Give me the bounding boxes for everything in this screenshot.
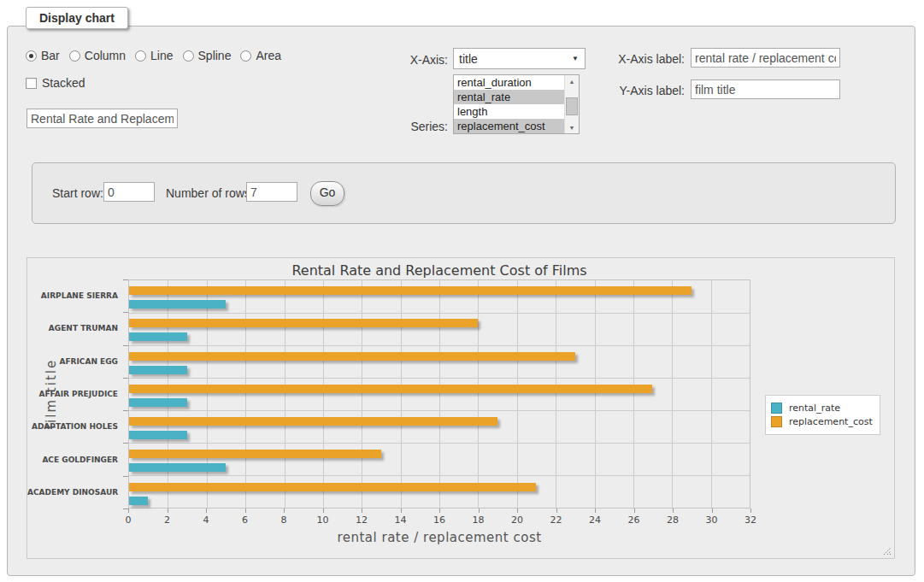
- series-option-rental_rate[interactable]: rental_rate: [454, 90, 565, 104]
- chart-type-option-column[interactable]: Column: [69, 49, 126, 62]
- stacked-label: Stacked: [42, 76, 85, 90]
- bar-rental_rate: [129, 366, 187, 374]
- x-tick-label: 32: [738, 514, 763, 526]
- x-axis-select[interactable]: title ▼: [453, 48, 586, 69]
- number-of-rows-label: Number of rows:: [166, 186, 254, 200]
- x-tick-mark: [323, 509, 324, 513]
- y-axis-label-input[interactable]: [691, 79, 840, 99]
- bar-rental_rate: [129, 463, 226, 472]
- bar-rental_rate: [129, 431, 187, 439]
- x-tick-mark: [401, 509, 402, 513]
- y-tick-mark: [123, 312, 128, 313]
- x-tick-label: 16: [427, 514, 452, 526]
- x-tick-label: 12: [349, 514, 374, 526]
- x-tick-label: 14: [388, 514, 414, 526]
- x-tick-mark: [479, 509, 480, 513]
- x-tick-mark: [750, 509, 751, 513]
- y-category-labels: AIRPLANE SIERRAAGENT TRUMANAFRICAN EGGAF…: [27, 279, 123, 509]
- start-row-input[interactable]: [103, 182, 155, 202]
- radio-icon[interactable]: [26, 50, 37, 62]
- scrollbar-thumb[interactable]: [566, 97, 578, 115]
- scroll-down-icon[interactable]: ▼: [565, 121, 579, 133]
- x-tick-mark: [128, 509, 129, 513]
- bar-rental_rate: [129, 300, 226, 309]
- stacked-option[interactable]: Stacked: [26, 76, 85, 90]
- bar-group: [129, 280, 750, 313]
- radio-icon[interactable]: [183, 50, 194, 62]
- x-tick-label: 8: [271, 514, 297, 526]
- x-tick-mark: [712, 509, 713, 513]
- legend-label: replacement_cost: [789, 416, 873, 427]
- bar-group: [129, 379, 750, 411]
- chart-title-input[interactable]: [26, 109, 178, 128]
- series-select-label: Series:: [360, 120, 448, 133]
- series-options: rental_durationrental_ratelengthreplacem…: [454, 75, 565, 133]
- resize-handle-icon[interactable]: [881, 545, 892, 556]
- series-option-replacement_cost[interactable]: replacement_cost: [454, 119, 565, 133]
- bar-rental_rate: [129, 332, 187, 341]
- chart-type-option-area[interactable]: Area: [240, 49, 281, 62]
- radio-label: Bar: [41, 49, 60, 62]
- bar-group: [129, 313, 750, 345]
- legend-label: rental_rate: [789, 403, 840, 414]
- category-label: AIRPLANE SIERRA: [27, 291, 118, 300]
- category-label: AGENT TRUMAN: [27, 324, 118, 332]
- x-tick-label: 0: [115, 514, 141, 526]
- x-axis-label-input[interactable]: [691, 48, 840, 68]
- y-axis-label-field-label: Y-Axis label:: [591, 84, 685, 97]
- x-tick-mark: [168, 509, 168, 513]
- x-tick-label: 4: [193, 514, 219, 526]
- chart-title: Rental Rate and Replacement Cost of Film…: [128, 262, 750, 279]
- x-axis-select-label: X-Axis:: [360, 53, 448, 67]
- number-of-rows-input[interactable]: [246, 182, 297, 202]
- radio-label: Spline: [198, 49, 232, 62]
- row-range-panel: [32, 162, 896, 224]
- category-label: ACADEMY DINOSAUR: [27, 488, 118, 497]
- x-tick-mark: [595, 509, 596, 513]
- x-tick-mark: [517, 509, 518, 513]
- category-label: AFRICAN EGG: [27, 357, 118, 366]
- legend-entry: replacement_cost: [771, 416, 873, 427]
- series-scrollbar[interactable]: ▲ ▼: [564, 75, 579, 133]
- legend-swatch-rental_rate: [771, 403, 782, 414]
- go-button[interactable]: Go: [310, 181, 344, 206]
- y-tick-mark: [123, 345, 128, 346]
- radio-icon[interactable]: [69, 50, 80, 62]
- radio-label: Column: [85, 49, 126, 62]
- display-chart-panel: BarColumnLineSplineArea Stacked X-Axis: …: [7, 26, 915, 576]
- chart-type-option-bar[interactable]: Bar: [26, 49, 60, 62]
- x-axis-label-field-label: X-Axis label:: [591, 52, 685, 66]
- bar-replacement_cost: [129, 483, 536, 491]
- series-listbox[interactable]: rental_durationrental_ratelengthreplacem…: [453, 74, 580, 134]
- scroll-up-icon[interactable]: ▲: [565, 75, 579, 87]
- bar-group: [129, 477, 750, 509]
- x-tick-label: 18: [466, 514, 491, 526]
- stacked-checkbox[interactable]: [26, 78, 37, 89]
- bar-rental_rate: [129, 497, 148, 505]
- x-tick-label: 22: [544, 514, 569, 526]
- y-tick-mark: [123, 476, 128, 477]
- chart-type-option-line[interactable]: Line: [135, 49, 173, 62]
- x-tick-mark: [206, 509, 207, 513]
- plot-area: [128, 279, 750, 509]
- x-tick-mark: [634, 509, 635, 513]
- x-tick-label: 28: [660, 514, 686, 526]
- legend-swatch-replacement_cost: [771, 416, 782, 427]
- radio-label: Area: [256, 49, 281, 62]
- category-label: ADAPTATION HOLES: [27, 422, 118, 431]
- chart-canvas: Rental Rate and Replacement Cost of Film…: [26, 257, 895, 559]
- x-tick-label: 24: [582, 514, 608, 526]
- panel-legend: Display chart: [26, 7, 128, 29]
- x-tick-mark: [673, 509, 674, 513]
- radio-icon[interactable]: [135, 50, 146, 62]
- chart-type-option-spline[interactable]: Spline: [183, 49, 232, 62]
- radio-icon[interactable]: [240, 50, 251, 62]
- page: Display chart BarColumnLineSplineArea St…: [0, 0, 924, 582]
- y-tick-mark: [123, 410, 128, 411]
- series-option-rental_duration[interactable]: rental_duration: [454, 75, 565, 90]
- series-option-length[interactable]: length: [454, 104, 565, 119]
- y-tick-mark: [123, 279, 128, 280]
- bar-replacement_cost: [129, 352, 575, 361]
- x-tick-label: 26: [621, 514, 647, 526]
- x-tick-mark: [556, 509, 557, 513]
